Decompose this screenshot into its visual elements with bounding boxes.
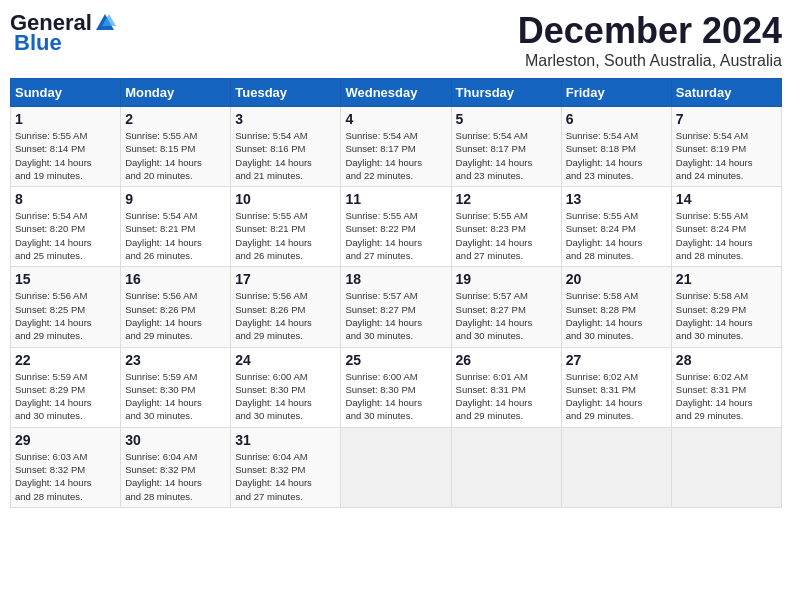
day-info: Sunrise: 6:04 AM Sunset: 8:32 PM Dayligh… (125, 450, 226, 503)
header-day-monday: Monday (121, 79, 231, 107)
day-number: 5 (456, 111, 557, 127)
day-cell: 19Sunrise: 5:57 AM Sunset: 8:27 PM Dayli… (451, 267, 561, 347)
day-info: Sunrise: 5:55 AM Sunset: 8:15 PM Dayligh… (125, 129, 226, 182)
day-cell: 25Sunrise: 6:00 AM Sunset: 8:30 PM Dayli… (341, 347, 451, 427)
day-info: Sunrise: 5:57 AM Sunset: 8:27 PM Dayligh… (345, 289, 446, 342)
calendar-table: SundayMondayTuesdayWednesdayThursdayFrid… (10, 78, 782, 508)
day-cell: 12Sunrise: 5:55 AM Sunset: 8:23 PM Dayli… (451, 187, 561, 267)
day-info: Sunrise: 5:55 AM Sunset: 8:24 PM Dayligh… (676, 209, 777, 262)
day-cell: 31Sunrise: 6:04 AM Sunset: 8:32 PM Dayli… (231, 427, 341, 507)
day-number: 1 (15, 111, 116, 127)
header-day-thursday: Thursday (451, 79, 561, 107)
day-number: 11 (345, 191, 446, 207)
day-number: 28 (676, 352, 777, 368)
day-number: 31 (235, 432, 336, 448)
week-row-3: 15Sunrise: 5:56 AM Sunset: 8:25 PM Dayli… (11, 267, 782, 347)
day-info: Sunrise: 5:54 AM Sunset: 8:18 PM Dayligh… (566, 129, 667, 182)
day-cell: 8Sunrise: 5:54 AM Sunset: 8:20 PM Daylig… (11, 187, 121, 267)
day-info: Sunrise: 5:59 AM Sunset: 8:30 PM Dayligh… (125, 370, 226, 423)
day-cell (561, 427, 671, 507)
day-cell: 9Sunrise: 5:54 AM Sunset: 8:21 PM Daylig… (121, 187, 231, 267)
day-number: 30 (125, 432, 226, 448)
day-cell: 1Sunrise: 5:55 AM Sunset: 8:14 PM Daylig… (11, 107, 121, 187)
day-cell: 5Sunrise: 5:54 AM Sunset: 8:17 PM Daylig… (451, 107, 561, 187)
day-info: Sunrise: 5:55 AM Sunset: 8:22 PM Dayligh… (345, 209, 446, 262)
day-info: Sunrise: 5:59 AM Sunset: 8:29 PM Dayligh… (15, 370, 116, 423)
day-info: Sunrise: 5:55 AM Sunset: 8:24 PM Dayligh… (566, 209, 667, 262)
day-number: 15 (15, 271, 116, 287)
day-number: 2 (125, 111, 226, 127)
day-number: 21 (676, 271, 777, 287)
day-cell: 22Sunrise: 5:59 AM Sunset: 8:29 PM Dayli… (11, 347, 121, 427)
day-number: 20 (566, 271, 667, 287)
day-cell: 18Sunrise: 5:57 AM Sunset: 8:27 PM Dayli… (341, 267, 451, 347)
day-info: Sunrise: 6:03 AM Sunset: 8:32 PM Dayligh… (15, 450, 116, 503)
day-number: 10 (235, 191, 336, 207)
day-cell: 11Sunrise: 5:55 AM Sunset: 8:22 PM Dayli… (341, 187, 451, 267)
day-number: 17 (235, 271, 336, 287)
day-number: 25 (345, 352, 446, 368)
day-cell: 17Sunrise: 5:56 AM Sunset: 8:26 PM Dayli… (231, 267, 341, 347)
day-number: 14 (676, 191, 777, 207)
day-cell: 20Sunrise: 5:58 AM Sunset: 8:28 PM Dayli… (561, 267, 671, 347)
day-number: 22 (15, 352, 116, 368)
day-cell: 7Sunrise: 5:54 AM Sunset: 8:19 PM Daylig… (671, 107, 781, 187)
day-cell (671, 427, 781, 507)
day-number: 3 (235, 111, 336, 127)
header-day-sunday: Sunday (11, 79, 121, 107)
day-cell: 13Sunrise: 5:55 AM Sunset: 8:24 PM Dayli… (561, 187, 671, 267)
day-number: 9 (125, 191, 226, 207)
day-info: Sunrise: 5:58 AM Sunset: 8:29 PM Dayligh… (676, 289, 777, 342)
day-info: Sunrise: 5:54 AM Sunset: 8:21 PM Dayligh… (125, 209, 226, 262)
day-info: Sunrise: 6:02 AM Sunset: 8:31 PM Dayligh… (566, 370, 667, 423)
logo-blue: Blue (14, 30, 62, 56)
day-cell (341, 427, 451, 507)
calendar-title: December 2024 (518, 10, 782, 52)
header-day-friday: Friday (561, 79, 671, 107)
day-info: Sunrise: 6:02 AM Sunset: 8:31 PM Dayligh… (676, 370, 777, 423)
day-cell: 10Sunrise: 5:55 AM Sunset: 8:21 PM Dayli… (231, 187, 341, 267)
day-cell: 6Sunrise: 5:54 AM Sunset: 8:18 PM Daylig… (561, 107, 671, 187)
day-number: 27 (566, 352, 667, 368)
day-info: Sunrise: 6:00 AM Sunset: 8:30 PM Dayligh… (345, 370, 446, 423)
header-day-tuesday: Tuesday (231, 79, 341, 107)
day-number: 23 (125, 352, 226, 368)
day-info: Sunrise: 5:56 AM Sunset: 8:25 PM Dayligh… (15, 289, 116, 342)
day-number: 29 (15, 432, 116, 448)
day-info: Sunrise: 5:54 AM Sunset: 8:16 PM Dayligh… (235, 129, 336, 182)
week-row-5: 29Sunrise: 6:03 AM Sunset: 8:32 PM Dayli… (11, 427, 782, 507)
day-info: Sunrise: 5:54 AM Sunset: 8:17 PM Dayligh… (345, 129, 446, 182)
day-info: Sunrise: 5:56 AM Sunset: 8:26 PM Dayligh… (125, 289, 226, 342)
day-number: 24 (235, 352, 336, 368)
page-header: General Blue December 2024 Marleston, So… (10, 10, 782, 70)
day-cell: 3Sunrise: 5:54 AM Sunset: 8:16 PM Daylig… (231, 107, 341, 187)
week-row-4: 22Sunrise: 5:59 AM Sunset: 8:29 PM Dayli… (11, 347, 782, 427)
day-cell: 28Sunrise: 6:02 AM Sunset: 8:31 PM Dayli… (671, 347, 781, 427)
day-cell: 26Sunrise: 6:01 AM Sunset: 8:31 PM Dayli… (451, 347, 561, 427)
day-number: 8 (15, 191, 116, 207)
logo: General Blue (10, 10, 116, 56)
day-number: 16 (125, 271, 226, 287)
calendar-header-row: SundayMondayTuesdayWednesdayThursdayFrid… (11, 79, 782, 107)
day-cell: 2Sunrise: 5:55 AM Sunset: 8:15 PM Daylig… (121, 107, 231, 187)
week-row-2: 8Sunrise: 5:54 AM Sunset: 8:20 PM Daylig… (11, 187, 782, 267)
day-cell: 27Sunrise: 6:02 AM Sunset: 8:31 PM Dayli… (561, 347, 671, 427)
day-cell: 15Sunrise: 5:56 AM Sunset: 8:25 PM Dayli… (11, 267, 121, 347)
day-number: 6 (566, 111, 667, 127)
day-cell (451, 427, 561, 507)
day-number: 19 (456, 271, 557, 287)
day-number: 13 (566, 191, 667, 207)
day-cell: 24Sunrise: 6:00 AM Sunset: 8:30 PM Dayli… (231, 347, 341, 427)
day-info: Sunrise: 5:55 AM Sunset: 8:23 PM Dayligh… (456, 209, 557, 262)
day-cell: 30Sunrise: 6:04 AM Sunset: 8:32 PM Dayli… (121, 427, 231, 507)
week-row-1: 1Sunrise: 5:55 AM Sunset: 8:14 PM Daylig… (11, 107, 782, 187)
day-info: Sunrise: 5:56 AM Sunset: 8:26 PM Dayligh… (235, 289, 336, 342)
day-cell: 21Sunrise: 5:58 AM Sunset: 8:29 PM Dayli… (671, 267, 781, 347)
day-info: Sunrise: 5:54 AM Sunset: 8:20 PM Dayligh… (15, 209, 116, 262)
calendar-subtitle: Marleston, South Australia, Australia (518, 52, 782, 70)
day-info: Sunrise: 5:58 AM Sunset: 8:28 PM Dayligh… (566, 289, 667, 342)
day-number: 4 (345, 111, 446, 127)
day-info: Sunrise: 5:55 AM Sunset: 8:21 PM Dayligh… (235, 209, 336, 262)
day-number: 18 (345, 271, 446, 287)
day-cell: 4Sunrise: 5:54 AM Sunset: 8:17 PM Daylig… (341, 107, 451, 187)
